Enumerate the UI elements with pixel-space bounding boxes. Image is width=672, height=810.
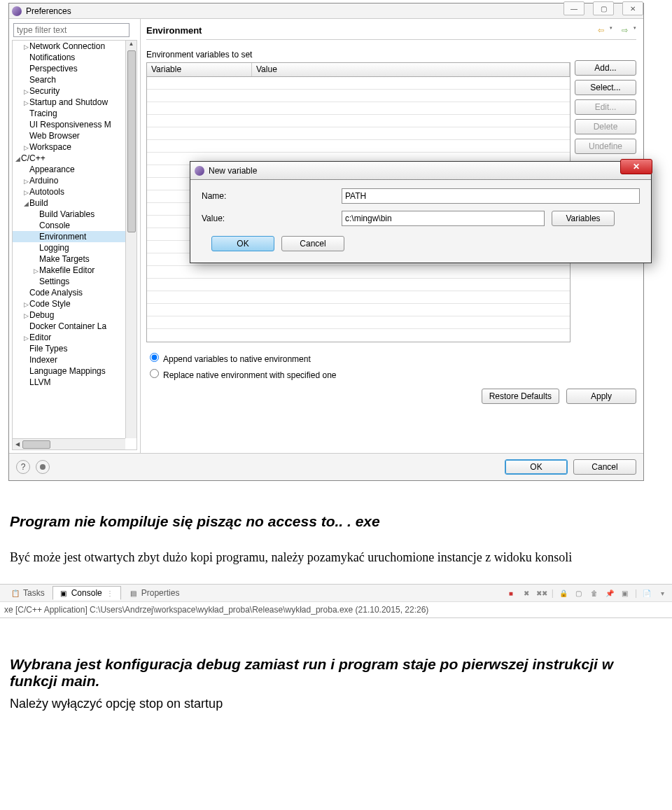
radio-append[interactable]: Append variables to native environment xyxy=(146,351,636,364)
doc1-heading: Program nie kompiluje się pisząc no acce… xyxy=(10,513,661,530)
page-title: Environment xyxy=(146,25,594,36)
show-console-icon[interactable]: ▢ xyxy=(573,587,584,599)
tree-item[interactable]: ◢Build xyxy=(13,197,136,209)
terminate-icon[interactable]: ■ xyxy=(505,587,517,599)
tree-item[interactable]: ▷Network Connection xyxy=(13,41,136,52)
tree-item[interactable]: Search xyxy=(13,74,136,85)
eclipse-icon xyxy=(195,166,204,176)
tree-item[interactable]: ▷Code Style xyxy=(13,298,136,309)
tree-item[interactable]: Language Mappings xyxy=(13,365,136,377)
menu-icon[interactable]: ▾ xyxy=(657,587,668,599)
nav-back-menu[interactable]: ▾ xyxy=(610,25,612,36)
tree-item[interactable]: Appearance xyxy=(13,164,136,175)
console-toolbar: ■ ✖ ✖✖ | 🔒 ▢ 🗑 📌 ▣ | 📄 ▾ xyxy=(505,587,668,599)
tree-item[interactable]: ▷Arduino xyxy=(13,175,136,186)
display-icon[interactable]: ▣ xyxy=(620,587,631,599)
nav-fwd-menu[interactable]: ▾ xyxy=(634,25,636,36)
ok-button[interactable]: OK xyxy=(505,459,568,475)
tree-item[interactable]: Logging xyxy=(13,242,136,253)
tree-item[interactable]: File Types xyxy=(13,343,136,354)
tree-item[interactable]: Indexer xyxy=(13,354,136,365)
preference-tree[interactable]: ▷Network ConnectionNotificationsPerspect… xyxy=(12,40,137,450)
scroll-lock-icon[interactable]: 🔒 xyxy=(558,587,569,599)
eclipse-icon xyxy=(12,6,22,16)
close-button[interactable]: ✕ xyxy=(622,1,643,15)
pin-console-icon[interactable]: 📌 xyxy=(604,587,615,599)
tree-item[interactable]: Tracing xyxy=(13,108,136,119)
tree-item[interactable]: LLVM xyxy=(13,377,136,388)
add-button[interactable]: Add... xyxy=(575,60,636,76)
value-input[interactable] xyxy=(342,211,545,226)
tab-properties[interactable]: ▤ Properties xyxy=(122,586,186,600)
dialog-title: New variable xyxy=(209,166,257,176)
name-label: Name: xyxy=(202,191,342,201)
tree-item[interactable]: UI Responsiveness M xyxy=(13,119,136,130)
tree-item[interactable]: ▷Makefile Editor xyxy=(13,265,136,276)
name-input[interactable] xyxy=(342,188,640,204)
dialog-titlebar: New variable ✕ xyxy=(190,162,651,180)
radio-replace[interactable]: Replace native environment with specifie… xyxy=(146,367,636,380)
properties-icon: ▤ xyxy=(129,588,139,598)
sidebar: ▷Network ConnectionNotificationsPerspect… xyxy=(9,19,141,453)
tree-item[interactable]: Perspectives xyxy=(13,63,136,74)
tree-item[interactable]: ▷Autotools xyxy=(13,186,136,197)
tree-hscrollbar[interactable]: ◀ xyxy=(13,438,125,449)
tab-console[interactable]: ▣ Console ⋮ xyxy=(52,586,121,600)
console-icon: ▣ xyxy=(59,588,69,598)
doc2-heading: Wybrana jest konfiguracja debug zamiast … xyxy=(10,656,661,690)
apply-button[interactable]: Apply xyxy=(566,389,636,404)
nav-back-icon[interactable]: ⇦ xyxy=(594,25,607,36)
doc1-paragraph: Być może jest otwartych zbyt dużo kopi p… xyxy=(10,550,661,566)
preferences-window: Preferences — ▢ ✕ ▷Network ConnectionNot… xyxy=(8,3,644,481)
select-button[interactable]: Select... xyxy=(575,80,636,95)
tree-item[interactable]: Notifications xyxy=(13,52,136,63)
pin-icon: ⋮ xyxy=(105,588,115,598)
open-console-icon[interactable]: 📄 xyxy=(641,587,652,599)
maximize-button[interactable]: ▢ xyxy=(593,1,614,15)
undefine-button[interactable]: Undefine xyxy=(575,139,636,154)
tree-item[interactable]: Code Analysis xyxy=(13,287,136,298)
delete-button[interactable]: Delete xyxy=(575,119,636,134)
dialog-ok-button[interactable]: OK xyxy=(211,236,274,251)
minimize-button[interactable]: — xyxy=(564,1,584,15)
tab-tasks[interactable]: 📋 Tasks xyxy=(4,586,51,600)
doc2-paragraph: Należy wyłączyć opcję stop on startup xyxy=(10,697,661,711)
console-path: xe [C/C++ Application] C:\Users\Andrzej\… xyxy=(0,601,672,617)
dialog-cancel-button[interactable]: Cancel xyxy=(281,236,344,251)
tree-vscrollbar[interactable]: ▲ xyxy=(125,41,136,438)
window-title: Preferences xyxy=(26,6,71,16)
edit-button[interactable]: Edit... xyxy=(575,99,636,115)
console-panel: 📋 Tasks ▣ Console ⋮ ▤ Properties ■ ✖ ✖✖ … xyxy=(0,584,672,618)
tree-item[interactable]: Settings xyxy=(13,276,136,287)
col-value[interactable]: Value xyxy=(252,63,570,76)
tree-item[interactable]: ▷Security xyxy=(13,85,136,97)
cancel-button[interactable]: Cancel xyxy=(573,459,636,475)
doc-section-2: Wybrana jest konfiguracja debug zamiast … xyxy=(0,618,672,729)
remove-icon[interactable]: ✖ xyxy=(521,587,532,599)
tree-item[interactable]: Web Browser xyxy=(13,130,136,141)
tree-item[interactable]: ▷Editor xyxy=(13,332,136,343)
remove-all-icon[interactable]: ✖✖ xyxy=(536,587,547,599)
tree-item[interactable]: Console xyxy=(13,220,136,231)
filter-input[interactable] xyxy=(13,23,130,37)
tree-item[interactable]: ◢C/C++ xyxy=(13,153,136,164)
tree-item[interactable]: Make Targets xyxy=(13,253,136,265)
tree-item[interactable]: Docker Container La xyxy=(13,321,136,332)
doc-section-1: Program nie kompiluje się pisząc no acce… xyxy=(0,481,672,566)
tree-item[interactable]: ▷Workspace xyxy=(13,141,136,153)
dialog-close-button[interactable]: ✕ xyxy=(620,159,652,174)
tree-item[interactable]: ▷Debug xyxy=(13,309,136,321)
tree-item[interactable]: ▷Startup and Shutdow xyxy=(13,97,136,108)
col-variable[interactable]: Variable xyxy=(147,63,252,76)
tree-item[interactable]: Build Variables xyxy=(13,209,136,220)
env-vars-label: Environment variables to set xyxy=(146,50,636,60)
restore-defaults-button[interactable]: Restore Defaults xyxy=(482,389,559,404)
help-icon[interactable]: ? xyxy=(16,460,30,474)
titlebar: Preferences — ▢ ✕ xyxy=(9,4,643,19)
clear-console-icon[interactable]: 🗑 xyxy=(589,587,600,599)
record-icon[interactable] xyxy=(36,460,50,474)
nav-fwd-icon[interactable]: ⇨ xyxy=(618,25,631,36)
variables-button[interactable]: Variables xyxy=(552,211,615,226)
new-variable-dialog: New variable ✕ Name: Value: Variables OK… xyxy=(190,161,652,263)
tree-item[interactable]: Environment xyxy=(13,231,136,242)
